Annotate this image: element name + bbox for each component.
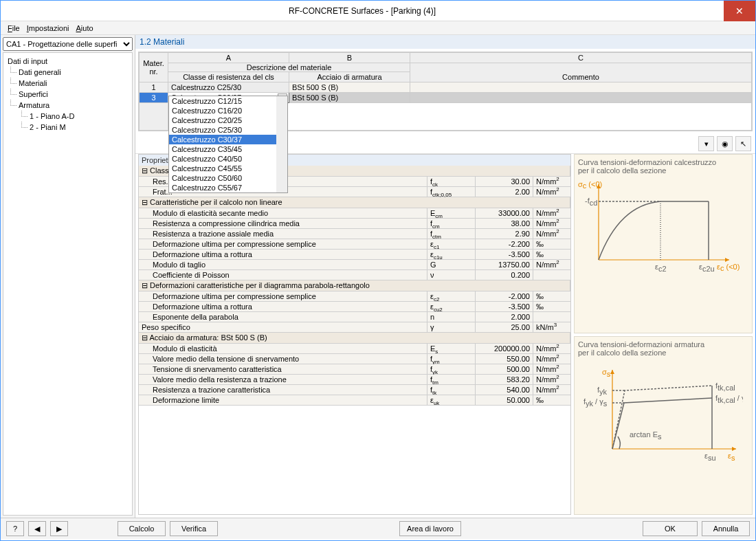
prop-label: Deformazione ultima a rottura [139, 250, 427, 259]
svg-text:εc2: εc2 [655, 263, 667, 273]
prop-label: Valore medio della tensione di snervamen… [139, 354, 427, 364]
dropdown-option[interactable]: Calcestruzzo C35/45 [169, 144, 276, 154]
filter-icon[interactable]: ▾ [698, 136, 714, 151]
scrollbar[interactable] [276, 96, 287, 192]
prop-value[interactable]: -3.500 [476, 302, 533, 311]
prop-value[interactable]: 38.00 [476, 219, 533, 228]
prop-label: Modulo di elasticità [139, 344, 427, 353]
prop-value[interactable]: 583.20 [476, 375, 533, 384]
materials-grid[interactable]: Mater. nr. A B C Descrizione del materia… [138, 52, 753, 131]
prop-value[interactable]: 33000.00 [476, 208, 533, 218]
cell-steel[interactable]: BSt 500 S (B) [289, 93, 410, 103]
prop-label: Coefficiente di Poisson [139, 270, 427, 280]
prop-label: Deformazione ultima per compressione sem… [139, 239, 427, 249]
prop-section-head[interactable]: ⊟ Acciaio da armatura: BSt 500 S (B) [139, 333, 570, 343]
col-head-desc: Descrizione del materiale [168, 63, 410, 71]
prop-value[interactable]: 2.90 [476, 229, 533, 239]
prop-label: Deformazione limite [139, 395, 427, 405]
prop-symbol: ν [427, 270, 476, 280]
prop-symbol: fctm [427, 229, 476, 239]
prop-value[interactable]: 30.00 [476, 177, 533, 186]
dropdown-option[interactable]: Calcestruzzo C16/20 [169, 106, 276, 115]
prop-section-head[interactable]: ⊟ Caratteristiche per il calcolo non lin… [139, 197, 570, 208]
title-bar: RF-CONCRETE Surfaces - [Parking (4)] ✕ [1, 1, 755, 21]
tree-item[interactable]: 1 - Piano A-D [8, 111, 128, 122]
prev-button[interactable]: ◀ [28, 521, 46, 536]
prop-value[interactable]: 550.00 [476, 354, 533, 364]
prop-value[interactable]: -3.500 [476, 250, 533, 259]
calc-button[interactable]: Calcolo [118, 521, 166, 536]
prop-unit: ‰ [533, 250, 570, 259]
dropdown-option[interactable]: Calcestruzzo C30/37 [169, 135, 276, 144]
left-panel: CA1 - Progettazione delle superfi Dati d… [1, 35, 135, 518]
close-button[interactable]: ✕ [724, 1, 755, 21]
prop-value[interactable]: 500.00 [476, 364, 533, 374]
prop-value[interactable]: 25.00 [476, 322, 533, 332]
tree-item[interactable]: Dati di input [8, 56, 128, 67]
tree-item[interactable]: Materiali [8, 78, 128, 89]
prop-label: Esponente della parabola [139, 312, 427, 322]
verify-button[interactable]: Verifica [170, 521, 218, 536]
cell-comment[interactable] [410, 82, 752, 93]
right-panel: 1.2 Materiali Mater. nr. A B C Descrizio… [135, 35, 755, 518]
help-button[interactable]: ? [6, 521, 24, 536]
ok-button[interactable]: OK [643, 521, 698, 536]
menu-help[interactable]: Aiuto [76, 24, 93, 32]
svg-text:ftk,cal / γs: ftk,cal / γs [715, 394, 743, 404]
tree-item[interactable]: Dati generali [8, 67, 128, 78]
tree-item[interactable]: Armatura [8, 100, 128, 111]
prop-symbol: fym [427, 354, 476, 364]
next-button[interactable]: ▶ [50, 521, 68, 536]
prop-value[interactable]: -2.000 [476, 291, 533, 301]
prop-symbol: fctk;0,05 [427, 187, 476, 197]
side-figures: Curva tensioni-deformazioni calcestruzzo… [574, 154, 753, 515]
tree-item[interactable]: Superfici [8, 89, 128, 100]
select-icon[interactable]: ↖ [735, 136, 751, 151]
svg-text:εc (<0): εc (<0) [717, 263, 740, 272]
properties-table[interactable]: Proprietà ⊟ Classe...Res...fck30.00N/mm2… [138, 154, 571, 515]
svg-text:εs: εs [728, 452, 735, 462]
nav-tree[interactable]: Dati di input Dati generali Materiali Su… [3, 52, 133, 516]
prop-value[interactable]: 200000.00 [476, 344, 533, 353]
prop-unit: kN/m3 [533, 322, 570, 332]
row-head[interactable]: 1 [140, 82, 168, 93]
cell-steel[interactable]: BSt 500 S (B) [289, 82, 410, 93]
dropdown-option[interactable]: Calcestruzzo C45/55 [169, 164, 276, 173]
cls-dropdown-list[interactable]: Calcestruzzo C12/15Calcestruzzo C16/20Ca… [168, 96, 288, 193]
menu-settings[interactable]: Impostazioni [27, 24, 69, 32]
svg-text:fyk / γs: fyk / γs [583, 397, 608, 408]
dropdown-option[interactable]: Calcestruzzo C20/25 [169, 115, 276, 125]
eye-icon[interactable]: ◉ [717, 136, 733, 151]
tree-item[interactable]: 2 - Piani M [8, 122, 128, 133]
dropdown-option[interactable]: Calcestruzzo C40/50 [169, 154, 276, 164]
prop-unit: ‰ [533, 239, 570, 249]
prop-unit: ‰ [533, 291, 570, 301]
cell-cls[interactable]: Calcestruzzo C25/30 [168, 82, 289, 93]
cell-comment[interactable] [410, 93, 752, 103]
dropdown-option[interactable]: Calcestruzzo C50/60 [169, 173, 276, 183]
prop-unit: ‰ [533, 395, 570, 405]
dropdown-option[interactable]: Calcestruzzo C25/30 [169, 125, 276, 135]
prop-value[interactable]: 2.00 [476, 187, 533, 197]
prop-unit [533, 312, 570, 322]
col-head-comment: Commento [410, 63, 752, 82]
dropdown-option[interactable]: Calcestruzzo C12/15 [169, 96, 276, 106]
svg-text:εsu: εsu [704, 452, 716, 462]
prop-value[interactable]: 50.000 [476, 395, 533, 405]
prop-value[interactable]: 0.200 [476, 270, 533, 280]
dropdown-option[interactable]: Calcestruzzo C55/67 [169, 183, 276, 192]
prop-unit: N/mm2 [533, 260, 570, 269]
case-dropdown[interactable]: CA1 - Progettazione delle superfi [3, 37, 133, 51]
menu-file[interactable]: File [8, 24, 20, 32]
menu-bar: File Impostazioni Aiuto [1, 21, 755, 35]
row-head[interactable] [140, 103, 168, 131]
prop-section-head[interactable]: ⊟ Deformazioni caratteristiche per il di… [139, 280, 570, 291]
workspace-button[interactable]: Area di lavoro [399, 521, 461, 536]
prop-value[interactable]: 13750.00 [476, 260, 533, 269]
row-head-selected[interactable]: 3 [140, 93, 168, 103]
prop-value[interactable]: 540.00 [476, 385, 533, 395]
prop-value[interactable]: 2.000 [476, 312, 533, 322]
svg-text:σs: σs [602, 368, 611, 378]
cancel-button[interactable]: Annulla [702, 521, 750, 536]
prop-value[interactable]: -2.200 [476, 239, 533, 249]
